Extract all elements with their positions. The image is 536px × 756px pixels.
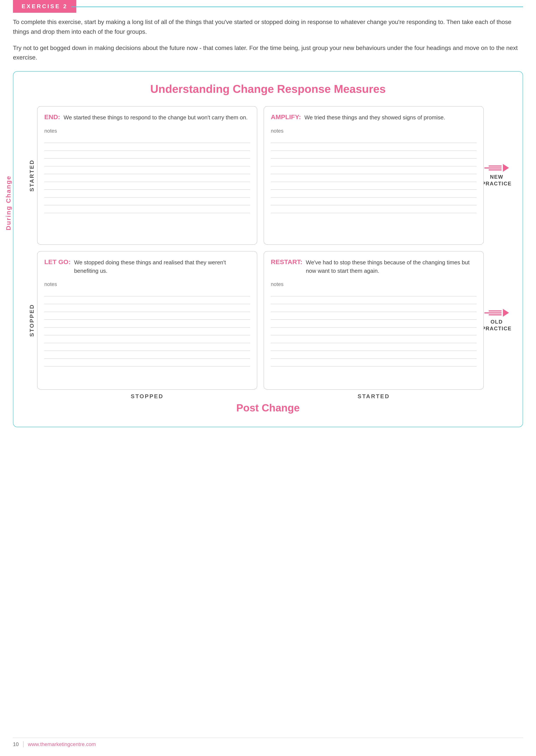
lg-note-line-3 — [44, 304, 250, 312]
end-notes-label: notes — [44, 128, 250, 134]
rs-note-line-4 — [271, 312, 477, 320]
letgo-notes: notes — [44, 281, 250, 366]
old-practice-label: OLD PRACTICE — [482, 318, 512, 332]
started-label-container: STARTED — [26, 106, 37, 245]
arrow-line-mid — [484, 167, 502, 168]
page-body: To complete this exercise, start by maki… — [13, 17, 523, 453]
lg-note-line-7 — [44, 335, 250, 343]
started-label: STARTED — [28, 160, 35, 192]
restart-desc: We've had to stop these things because o… — [306, 258, 477, 275]
end-note-line-10 — [44, 205, 250, 213]
end-note-line-6 — [44, 174, 250, 182]
new-practice-label: NEW PRACTICE — [482, 173, 512, 187]
old-arrow-line-bot — [489, 314, 502, 315]
end-note-line-4 — [44, 159, 250, 166]
bottom-labels: STOPPED STARTED — [26, 393, 510, 400]
new-practice-arrow-lines — [484, 165, 502, 170]
stopped-label: STOPPED — [28, 304, 35, 337]
bottom-started-label: STARTED — [264, 393, 484, 400]
rs-note-line-2 — [271, 296, 477, 304]
amp-note-line-5 — [271, 166, 477, 174]
end-note-line-3 — [44, 151, 250, 159]
letgo-header: LET GO: We stopped doing these things an… — [44, 258, 250, 275]
arrow-head-old — [503, 309, 509, 317]
intro-para1: To complete this exercise, start by maki… — [13, 17, 523, 37]
restart-header: RESTART: We've had to stop these things … — [271, 258, 477, 275]
rs-note-line-7 — [271, 335, 477, 343]
end-note-line-8 — [44, 190, 250, 198]
rs-note-line-5 — [271, 320, 477, 328]
old-arrow-line-top — [489, 310, 502, 311]
lg-note-line-8 — [44, 343, 250, 351]
letgo-notes-label: notes — [44, 281, 250, 287]
end-notes: notes — [44, 128, 250, 213]
bottom-row: STOPPED LET GO: We stopped doing these t… — [26, 251, 510, 390]
arrow-line-top — [489, 165, 502, 166]
old-practice-arrow — [484, 309, 509, 317]
rs-note-line-6 — [271, 328, 477, 335]
footer-divider — [23, 741, 23, 747]
amp-note-line-8 — [271, 190, 477, 198]
end-note-line-5 — [44, 166, 250, 174]
amplify-quadrant: AMPLIFY: We tried these things and they … — [264, 106, 484, 245]
restart-notes: notes — [271, 281, 477, 366]
amplify-notes-label: notes — [271, 128, 477, 134]
top-quadrants: END: We started these things to respond … — [37, 106, 484, 245]
intro-para2: Try not to get bogged down in making dec… — [13, 43, 523, 63]
amplify-header: AMPLIFY: We tried these things and they … — [271, 113, 477, 122]
end-note-line-7 — [44, 182, 250, 190]
amplify-desc: We tried these things and they showed si… — [304, 113, 445, 122]
amp-note-line-6 — [271, 174, 477, 182]
restart-notes-label: notes — [271, 281, 477, 287]
during-change-label: During Change — [5, 175, 12, 231]
grid-wrapper: STARTED END: We started these things to … — [26, 106, 510, 414]
end-header: END: We started these things to respond … — [44, 113, 250, 122]
amp-note-line-2 — [271, 143, 477, 151]
lg-note-line-4 — [44, 312, 250, 320]
rs-note-line-9 — [271, 351, 477, 359]
exercise-container: Understanding Change Response Measures S… — [13, 71, 523, 427]
footer-page-number: 10 — [13, 741, 19, 747]
rs-note-line-1 — [271, 289, 477, 296]
letgo-quadrant: LET GO: We stopped doing these things an… — [37, 251, 257, 390]
lg-note-line-5 — [44, 320, 250, 328]
row-separator — [26, 245, 510, 251]
arrow-head-new — [503, 164, 509, 172]
bottom-labels-inner: STOPPED STARTED — [37, 393, 484, 400]
header: EXERCISE 2 — [0, 0, 536, 13]
amplify-notes: notes — [271, 128, 477, 213]
amplify-label: AMPLIFY: — [271, 113, 301, 122]
exercise-label: EXERCISE 2 — [21, 3, 68, 10]
lg-note-line-6 — [44, 328, 250, 335]
lg-note-line-2 — [44, 296, 250, 304]
stopped-label-container: STOPPED — [26, 251, 37, 390]
end-desc: We started these things to respond to th… — [64, 113, 248, 122]
amp-note-line-4 — [271, 159, 477, 166]
rs-note-line-10 — [271, 359, 477, 366]
old-practice-indicator: OLD PRACTICE — [484, 251, 510, 390]
new-practice-indicator: NEW PRACTICE — [484, 106, 510, 245]
exercise-title: Understanding Change Response Measures — [26, 83, 510, 95]
restart-quadrant: RESTART: We've had to stop these things … — [264, 251, 484, 390]
amp-note-line-1 — [271, 135, 477, 143]
amp-note-line-3 — [271, 151, 477, 159]
bottom-right-spacer — [484, 393, 510, 400]
rs-note-line-8 — [271, 343, 477, 351]
amp-note-line-7 — [271, 182, 477, 190]
end-label: END: — [44, 113, 60, 122]
header-line — [71, 7, 523, 7]
lg-note-line-1 — [44, 289, 250, 296]
footer: 10 www.themarketingcentre.com — [13, 738, 523, 747]
amp-note-line-9 — [271, 198, 477, 205]
letgo-desc: We stopped doing these things and realis… — [74, 258, 250, 275]
lg-note-line-10 — [44, 359, 250, 366]
end-note-line-9 — [44, 198, 250, 205]
rs-note-line-3 — [271, 304, 477, 312]
lg-note-line-9 — [44, 351, 250, 359]
top-row: STARTED END: We started these things to … — [26, 106, 510, 245]
post-change-label: Post Change — [26, 402, 510, 414]
end-quadrant: END: We started these things to respond … — [37, 106, 257, 245]
amp-note-line-10 — [271, 205, 477, 213]
end-note-line-1 — [44, 135, 250, 143]
end-note-line-2 — [44, 143, 250, 151]
